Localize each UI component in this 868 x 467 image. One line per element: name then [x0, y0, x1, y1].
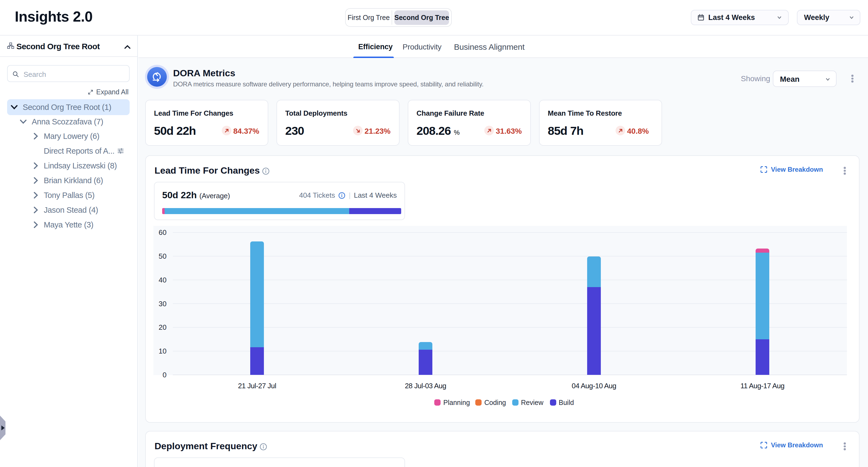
svg-text:20: 20: [159, 323, 166, 332]
svg-text:Build: Build: [559, 399, 574, 406]
svg-text:28 Jul-03 Aug: 28 Jul-03 Aug: [405, 382, 446, 390]
svg-text:11 Aug-17 Aug: 11 Aug-17 Aug: [741, 382, 784, 390]
svg-text:Planning: Planning: [443, 399, 470, 406]
svg-text:04 Aug-10 Aug: 04 Aug-10 Aug: [572, 382, 616, 390]
svg-text:40: 40: [159, 276, 166, 284]
svg-text:10: 10: [159, 347, 166, 355]
svg-text:21 Jul-27 Jul: 21 Jul-27 Jul: [238, 382, 276, 390]
svg-text:60: 60: [159, 228, 166, 237]
svg-text:30: 30: [159, 300, 166, 308]
svg-text:50: 50: [159, 252, 166, 260]
svg-text:Review: Review: [521, 399, 544, 406]
svg-text:0: 0: [163, 371, 166, 379]
svg-text:Coding: Coding: [484, 399, 506, 406]
